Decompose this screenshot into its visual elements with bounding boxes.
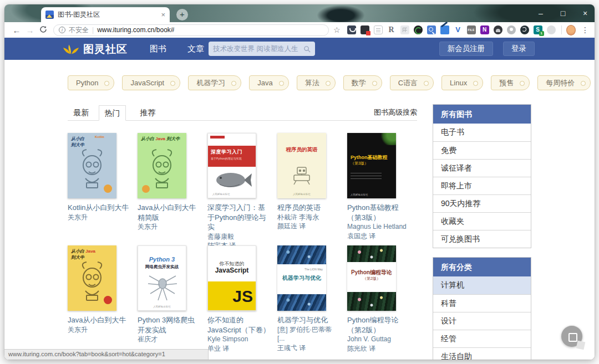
browser-tab[interactable]: 图书-图灵社区 × [41,7,170,22]
extension-icon-9[interactable]: V [454,25,463,34]
extension-icon-6[interactable] [414,25,423,34]
tag-javascript[interactable]: JavaScript [122,75,180,90]
extension-icon-13[interactable] [507,25,516,34]
sidebar-books-header[interactable]: 所有图书 [433,105,531,124]
book-title[interactable]: Java从小白到大牛 精简版 [138,203,201,222]
extension-icon-3[interactable] [374,25,383,34]
register-button[interactable]: 新会员注册 [439,42,494,56]
extension-icon-5[interactable] [400,25,409,34]
cover-decoration [351,173,382,181]
extension-icon-2[interactable] [361,25,369,34]
extension-icon-7[interactable] [427,25,436,34]
login-button[interactable]: 登录 [503,42,535,56]
extension-icon-10[interactable]: FILE [467,25,476,34]
cover-badge [104,184,112,193]
tab-close-icon[interactable]: × [161,11,165,19]
book-cover[interactable]: Python编程导论 （第2版） [347,245,396,311]
minimize-icon[interactable]: – [537,9,545,18]
tag-math[interactable]: 数学 [343,75,382,90]
tag-presale[interactable]: 预售 [491,75,530,90]
cover-text: JS [232,288,253,305]
sidebar-item-business[interactable]: 经管 [433,330,531,347]
book-title[interactable]: Java从小白到大牛 [68,315,131,325]
book-cover[interactable]: 从小白 Java 到大牛 [138,133,186,198]
book-cover[interactable]: 深度学习入门基于Python的理论与实现 人民邮电出版社 [207,133,256,198]
address-bar[interactable]: i 不安全 | www.ituring.com.cn/book# [53,24,329,36]
tab-recommend[interactable]: 推荐 [134,105,161,121]
url-text[interactable]: www.ituring.com.cn/book# [97,26,174,34]
tag-machine-learning[interactable]: 机器学习 [188,75,241,90]
book-cover[interactable]: The LION Way 机器学习与优化 [277,245,326,311]
book-title[interactable]: 你不知道的 JavaScript（下卷） [207,315,271,335]
search-icon[interactable] [303,45,311,53]
extension-icon-16[interactable] [547,25,556,34]
tag-c-language[interactable]: C语言 [390,75,434,90]
extension-icon-8[interactable] [440,25,449,34]
book-cover[interactable]: 你不知道的 JavaScript JS [207,245,256,311]
reload-icon[interactable] [37,25,50,35]
cover-text: 程序员的英语 [277,146,326,153]
back-icon[interactable]: ← [10,25,23,35]
sidebar-item-90days[interactable]: 90天内推荐 [433,194,531,212]
category-tags: Python JavaScript 机器学习 Java 算法 数学 C语言 Li… [68,75,591,90]
forward-icon[interactable]: → [23,25,37,35]
book-title[interactable]: Python编程导论 （第2版） [347,315,410,335]
profile-avatar[interactable] [566,25,576,35]
book-cover[interactable]: 程序员的英语 人民邮电出版社 [277,133,326,198]
sidebar-item-favorites[interactable]: 收藏夹 [433,212,531,230]
site-search-box[interactable] [209,42,315,56]
cover-text: Java [155,136,165,141]
sidebar-item-science[interactable]: 科普 [433,294,531,312]
nav-articles[interactable]: 文章 [187,44,204,54]
tag-weekly-deal[interactable]: 每周特价 [537,75,591,90]
tab-hot[interactable]: 热门 [99,105,126,121]
sidebar-item-computer[interactable]: 计算机 [433,276,531,294]
sidebar-item-translators[interactable]: 诚征译者 [433,159,531,177]
advanced-search-link[interactable]: 图书高级搜索 [374,107,417,117]
sidebar-item-upcoming[interactable]: 即将上市 [433,177,531,194]
book-title[interactable]: 程序员的英语 [277,203,341,213]
book-title[interactable]: Kotlin从小白到大牛 [68,203,131,213]
nav-books[interactable]: 图书 [150,44,166,54]
book-card: 深度学习入门基于Python的理论与实现 人民邮电出版社 深度学习入门：基于Py… [207,133,271,250]
sidebar-item-lifestyle[interactable]: 生活自助 [433,347,531,360]
sidebar-item-ebooks[interactable]: 电子书 [433,124,531,141]
book-author: 关东升 [68,325,131,335]
info-icon[interactable]: i [59,27,65,33]
sidebar-item-design[interactable]: 设计 [433,312,531,330]
sidebar-categories-header[interactable]: 所有分类 [433,258,531,276]
tag-linux[interactable]: Linux [441,75,483,90]
tag-java[interactable]: Java [249,75,288,90]
book-title[interactable]: Python基础教程 （第3版） [347,203,410,222]
sidebar-item-redeemable[interactable]: 可兑换图书 [433,230,531,248]
book-title[interactable]: 深度学习入门：基于Python的理论与实 [207,203,271,232]
close-icon[interactable]: × [581,9,589,18]
extension-icon-11[interactable]: N [480,25,489,34]
extension-icon-15[interactable]: S1 [534,25,542,34]
tab-latest[interactable]: 最新 [68,105,95,121]
tag-python[interactable]: Python [68,75,114,90]
new-tab-button[interactable]: + [176,9,188,20]
book-cover[interactable]: Python基础教程 （第3版） 人民邮电出版社 [347,133,396,198]
extension-icon-14[interactable] [520,25,529,34]
cover-text: 机器学习与优化 [277,274,326,282]
browser-menu-icon[interactable]: ⋮ [581,25,589,34]
book-cover[interactable]: 从小白 Java到大牛 [68,245,116,311]
sidebar-item-free[interactable]: 免费 [433,141,531,159]
bookmark-star-icon[interactable]: ☆ [333,25,341,34]
floating-action-button[interactable] [561,326,582,347]
tag-algorithms[interactable]: 算法 [297,75,336,90]
site-brand[interactable]: 图灵社区 [83,42,128,57]
extension-icon-12[interactable] [494,25,502,34]
cover-text: 从小白 [71,136,84,141]
book-cover[interactable]: Python 3 网络爬虫开发实战 人民邮电出版社 [138,245,186,311]
maximize-icon[interactable]: □ [559,9,567,18]
book-title[interactable]: 机器学习与优化 [277,315,341,325]
extension-15-badge: 1 [539,31,544,36]
book-title[interactable]: Python 3网络爬虫 开发实战 [138,315,201,335]
turing-logo-icon[interactable] [62,42,80,55]
site-search-input[interactable] [213,45,303,53]
extension-icon-1[interactable] [347,25,356,34]
extension-icon-4[interactable]: R [387,25,396,34]
book-cover[interactable]: 从小白到大牛 Kotlin [68,133,116,198]
